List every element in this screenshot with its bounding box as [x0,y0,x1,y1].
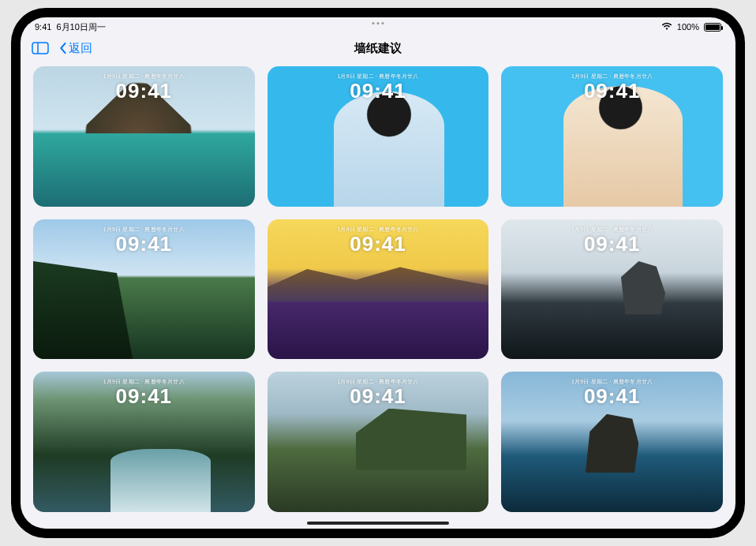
lockscreen-time: 09:41 [501,232,723,256]
lockscreen-date: 1月9日 星期二 · 農曆年冬月廿八 [33,226,255,234]
home-indicator[interactable] [307,522,449,525]
lockscreen-time: 09:41 [501,384,723,409]
chevron-left-icon [58,42,67,54]
wifi-icon [661,21,672,32]
lockscreen-overlay: 1月9日 星期二 · 農曆年冬月廿八09:41 [501,73,723,103]
multitask-dots-icon[interactable] [372,22,384,24]
wallpaper-volcano-lagoon[interactable]: 1月9日 星期二 · 農曆年冬月廿八09:41 [33,66,255,207]
lockscreen-overlay: 1月9日 星期二 · 農曆年冬月廿八09:41 [268,378,489,409]
lockscreen-time: 09:41 [268,232,489,256]
lockscreen-date: 1月9日 星期二 · 農曆年冬月廿八 [268,226,489,234]
lockscreen-date: 1月9日 星期二 · 農曆年冬月廿八 [501,226,723,234]
lockscreen-time: 09:41 [33,232,255,256]
lockscreen-overlay: 1月9日 星期二 · 農曆年冬月廿八09:41 [501,378,723,409]
lockscreen-time: 09:41 [268,79,489,103]
lockscreen-overlay: 1月9日 星期二 · 農曆年冬月廿八09:41 [33,378,255,409]
page-title: 墙纸建议 [354,41,402,56]
wallpaper-highlands[interactable]: 1月9日 星期二 · 農曆年冬月廿八09:41 [268,372,489,512]
battery-icon [704,23,721,32]
lockscreen-time: 09:41 [33,384,255,409]
lockscreen-time: 09:41 [268,384,489,409]
lockscreen-time: 09:41 [33,79,255,103]
status-date: 6月10日周一 [56,21,105,33]
wallpaper-portrait-blue-2[interactable]: 1月9日 星期二 · 農曆年冬月廿八09:41 [501,66,723,207]
lockscreen-overlay: 1月9日 星期二 · 農曆年冬月廿八09:41 [268,226,489,256]
wallpaper-green-cliff[interactable]: 1月9日 星期二 · 農曆年冬月廿八09:41 [33,219,255,360]
wallpaper-portrait-blue-1[interactable]: 1月9日 星期二 · 農曆年冬月廿八09:41 [268,66,489,207]
lockscreen-overlay: 1月9日 星期二 · 農曆年冬月廿八09:41 [501,226,723,256]
back-button[interactable]: 返回 [58,41,92,56]
lockscreen-date: 1月9日 星期二 · 農曆年冬月廿八 [268,378,489,386]
svg-rect-0 [32,43,48,54]
lockscreen-date: 1月9日 星期二 · 農曆年冬月廿八 [501,73,723,80]
wallpaper-sea-stack-bw[interactable]: 1月9日 星期二 · 農曆年冬月廿八09:41 [501,219,723,360]
lockscreen-overlay: 1月9日 星期二 · 農曆年冬月廿八09:41 [33,226,255,256]
screen: 9:41 6月10日周一 100% [21,17,735,529]
lockscreen-date: 1月9日 星期二 · 農曆年冬月廿八 [268,73,489,80]
lockscreen-time: 09:41 [501,79,723,103]
sidebar-toggle-button[interactable] [30,40,51,56]
wallpaper-grid: 1月9日 星期二 · 農曆年冬月廿八09:411月9日 星期二 · 農曆年冬月廿… [21,62,735,512]
back-label: 返回 [69,41,92,56]
nav-bar: 返回 墙纸建议 [21,35,735,62]
sidebar-icon [32,42,49,54]
lockscreen-date: 1月9日 星期二 · 農曆年冬月廿八 [33,378,255,386]
status-bar: 9:41 6月10日周一 100% [21,17,735,35]
wallpaper-jungle-river[interactable]: 1月9日 星期二 · 農曆年冬月廿八09:41 [33,372,255,512]
ipad-device-frame: 9:41 6月10日周一 100% [11,8,745,538]
lockscreen-date: 1月9日 星期二 · 農曆年冬月廿八 [501,378,723,386]
lockscreen-overlay: 1月9日 星期二 · 農曆年冬月廿八09:41 [268,73,489,103]
lockscreen-date: 1月9日 星期二 · 農曆年冬月廿八 [33,73,255,80]
wallpaper-beach-duotone[interactable]: 1月9日 星期二 · 農曆年冬月廿八09:41 [268,219,489,360]
lockscreen-overlay: 1月9日 星期二 · 農曆年冬月廿八09:41 [33,73,255,103]
battery-percent: 100% [677,22,699,32]
wallpaper-sea-rock[interactable]: 1月9日 星期二 · 農曆年冬月廿八09:41 [501,372,723,512]
status-time: 9:41 [35,22,51,32]
